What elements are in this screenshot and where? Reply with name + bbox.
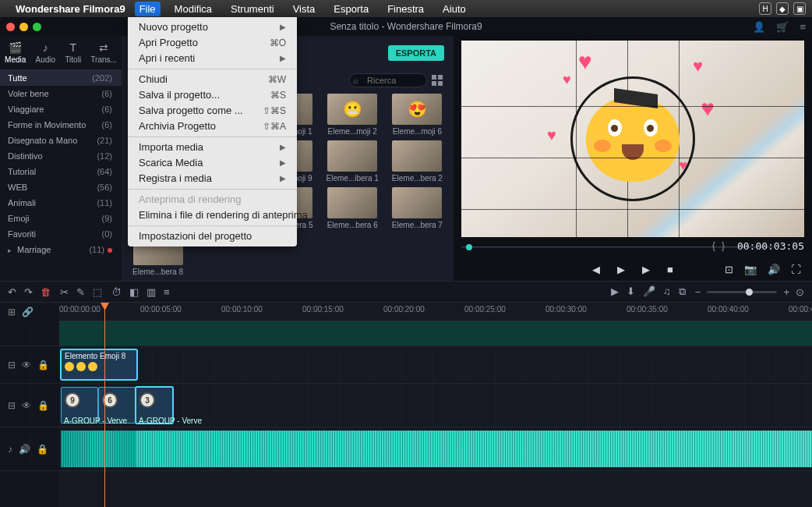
window-traffic-lights[interactable] bbox=[6, 23, 41, 31]
track-manage-icon[interactable]: ⊞ bbox=[8, 307, 16, 317]
cut-icon[interactable]: ✂ bbox=[60, 286, 69, 298]
preview-canvas[interactable]: ♥ ♥ ♥ ♥ ♥ ♥ bbox=[461, 41, 804, 237]
play-icon[interactable]: ▶ bbox=[617, 264, 625, 275]
titlebar-user-icon[interactable]: 👤 bbox=[753, 21, 765, 33]
menu-strumenti[interactable]: Strumenti bbox=[226, 2, 279, 16]
playhead[interactable] bbox=[104, 303, 105, 507]
menu-scarica[interactable]: Scarica Media▶ bbox=[128, 155, 297, 171]
cat-emoji[interactable]: Emoji(9) bbox=[0, 211, 122, 226]
media-item[interactable]: Eleme...ibera 1 bbox=[323, 140, 383, 183]
tab-audio[interactable]: ♪Audio bbox=[36, 41, 56, 64]
green-screen-icon[interactable]: ▥ bbox=[147, 286, 156, 298]
speed-icon[interactable]: ⏱ bbox=[111, 286, 122, 298]
delete-icon[interactable]: 🗑 bbox=[41, 286, 51, 298]
zoom-fit-icon[interactable]: ⊙ bbox=[796, 286, 804, 298]
app-titlebar: Senza titolo - Wondershare Filmora9 👤 🛒 … bbox=[0, 17, 812, 36]
titlebar-menu-icon[interactable]: ≡ bbox=[800, 21, 806, 33]
edit-icon[interactable]: ✎ bbox=[76, 286, 85, 298]
grid-view-icon[interactable] bbox=[432, 75, 443, 86]
media-item[interactable]: Eleme...bera 2 bbox=[387, 140, 447, 183]
timeline-ruler[interactable]: 00:00:00:0000:00:05:0000:00:10:0000:00:1… bbox=[59, 303, 812, 321]
status-icon-3[interactable]: ▣ bbox=[793, 2, 806, 15]
track-collapse-icon[interactable]: ⊟ bbox=[8, 360, 16, 370]
menu-chiudi[interactable]: Chiudi⌘W bbox=[128, 72, 297, 87]
status-icon-2[interactable]: ◆ bbox=[776, 2, 789, 15]
tab-titoli[interactable]: TTitoli bbox=[65, 41, 81, 64]
color-icon[interactable]: ◧ bbox=[129, 286, 139, 298]
cat-viaggiare[interactable]: Viaggiare(6) bbox=[0, 101, 122, 117]
adjust-icon[interactable]: ≡ bbox=[164, 286, 170, 298]
tab-media[interactable]: 🎬Media bbox=[5, 41, 26, 64]
mixer-icon[interactable]: ♫ bbox=[663, 285, 671, 298]
status-icon-1[interactable]: H bbox=[759, 2, 771, 15]
menu-apri-progetto[interactable]: Apri Progetto⌘O bbox=[128, 35, 297, 51]
menu-esporta[interactable]: Esporta bbox=[329, 2, 373, 16]
redo-icon[interactable]: ↷ bbox=[24, 286, 33, 298]
stop-icon[interactable]: ■ bbox=[667, 264, 673, 275]
clip-emoji-8[interactable]: Elemento Emoji 8 bbox=[61, 349, 137, 380]
esporta-button[interactable]: ESPORTA bbox=[388, 45, 444, 61]
track-lock-icon[interactable]: 🔒 bbox=[37, 444, 48, 455]
zoom-in-icon[interactable]: + bbox=[783, 286, 789, 298]
search-input[interactable] bbox=[349, 73, 427, 87]
menu-elimina-render[interactable]: Elimina i file di rendering di anteprima bbox=[128, 207, 297, 223]
media-item[interactable]: 😬Eleme...moji 2 bbox=[323, 94, 383, 136]
menu-archivia[interactable]: Archivia Progetto⇧⌘A bbox=[128, 119, 297, 134]
menu-modifica[interactable]: Modifica bbox=[170, 2, 217, 16]
tab-transizioni[interactable]: ⇄Trans... bbox=[90, 41, 117, 64]
cat-distintivo[interactable]: Distintivo(12) bbox=[0, 148, 122, 164]
track-mute-icon[interactable]: 🔊 bbox=[19, 444, 30, 455]
cat-favoriti[interactable]: Favoriti(0) bbox=[0, 226, 122, 242]
media-item[interactable]: 😍Eleme...moji 6 bbox=[387, 94, 447, 136]
marker-icon[interactable]: ⬇ bbox=[627, 285, 635, 298]
zoom-out-icon[interactable]: − bbox=[695, 286, 701, 298]
cat-disegnato[interactable]: Disegnato a Mano(21) bbox=[0, 133, 122, 148]
cat-tutorial[interactable]: Tutorial(64) bbox=[0, 164, 122, 179]
titlebar-cart-icon[interactable]: 🛒 bbox=[776, 21, 789, 33]
menu-salva[interactable]: Salva il progetto...⌘S bbox=[128, 87, 297, 103]
cat-tutte[interactable]: Tutte(202) bbox=[0, 70, 122, 86]
volume-icon[interactable]: 🔊 bbox=[768, 264, 780, 275]
media-item[interactable]: Eleme...bera 6 bbox=[323, 187, 383, 229]
cat-web[interactable]: WEB(56) bbox=[0, 179, 122, 195]
next-frame-icon[interactable]: ▶ bbox=[642, 264, 650, 275]
menu-apri-recenti[interactable]: Apri i recenti▶ bbox=[128, 51, 297, 66]
track-link-icon[interactable]: 🔗 bbox=[22, 307, 34, 317]
fullscreen-icon[interactable]: ⛶ bbox=[791, 264, 801, 275]
menu-finestra[interactable]: Finestra bbox=[383, 2, 429, 16]
menu-importa[interactable]: Importa media▶ bbox=[128, 140, 297, 155]
timeline-tracks[interactable]: 00:00:00:0000:00:05:0000:00:10:0000:00:1… bbox=[59, 303, 812, 507]
menu-registra[interactable]: Registra i media▶ bbox=[128, 171, 297, 186]
media-item[interactable]: Eleme...bera 7 bbox=[387, 187, 447, 229]
track-visibility-icon[interactable]: 👁 bbox=[22, 400, 31, 411]
menu-nuovo-progetto[interactable]: Nuovo progetto▶ bbox=[128, 20, 297, 35]
undo-icon[interactable]: ↶ bbox=[8, 286, 16, 298]
preview-scrubber[interactable]: { } 00:00:03:05 bbox=[461, 240, 804, 254]
menu-salva-come[interactable]: Salva progetto come ...⇧⌘S bbox=[128, 103, 297, 119]
track-lock-icon[interactable]: 🔒 bbox=[37, 360, 49, 370]
in-out-markers[interactable]: { } bbox=[712, 239, 726, 251]
menu-vista[interactable]: Vista bbox=[288, 2, 320, 16]
voiceover-icon[interactable]: 🎤 bbox=[643, 285, 655, 298]
audio-track[interactable]: A-GROUP - Verve A-GROUP - Verve bbox=[59, 427, 812, 471]
track-visibility-icon[interactable]: 👁 bbox=[22, 360, 31, 370]
menu-impostazioni[interactable]: Impostazioni del progetto bbox=[128, 229, 297, 244]
menu-file[interactable]: File bbox=[135, 2, 161, 16]
prev-frame-icon[interactable]: ◀ bbox=[592, 264, 600, 275]
zoom-slider[interactable]: − + ⊙ bbox=[695, 286, 804, 298]
cat-voler-bene[interactable]: Voler bene(6) bbox=[0, 86, 122, 101]
link-icon[interactable]: ⧉ bbox=[679, 285, 686, 298]
track-collapse-icon[interactable]: ⊟ bbox=[8, 400, 16, 411]
audio-clip-a[interactable] bbox=[61, 431, 136, 467]
crop-icon[interactable]: ⬚ bbox=[93, 286, 102, 298]
cat-marriage[interactable]: ▸Marriage(11) bbox=[0, 242, 122, 257]
render-icon[interactable]: ▶ bbox=[611, 285, 619, 298]
audio-clip-b[interactable] bbox=[136, 431, 812, 467]
snapshot-icon[interactable]: 📷 bbox=[744, 264, 757, 275]
cat-forme[interactable]: Forme in Movimento(6) bbox=[0, 117, 122, 133]
quality-icon[interactable]: ⊡ bbox=[725, 264, 733, 275]
video-track-2[interactable]: Elemento Emoji 8 bbox=[59, 346, 812, 384]
track-lock-icon[interactable]: 🔒 bbox=[37, 400, 49, 411]
menu-aiuto[interactable]: Aiuto bbox=[438, 2, 471, 16]
cat-animali[interactable]: Animali(11) bbox=[0, 195, 122, 211]
